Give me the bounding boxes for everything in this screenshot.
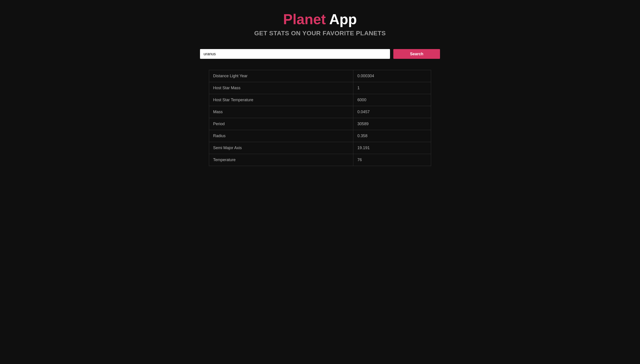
stats-table-wrapper: Distance Light Year 0.000304 Host Star M… (197, 70, 443, 166)
table-row: Host Star Mass 1 (209, 82, 431, 94)
title-main: App (329, 11, 357, 27)
stat-label: Semi Major Axis (209, 142, 353, 154)
stat-value: 0.0457 (353, 106, 431, 118)
stat-label: Host Star Temperature (209, 94, 353, 106)
stat-label: Period (209, 118, 353, 130)
page-title: Planet App (197, 11, 443, 28)
stat-label: Mass (209, 106, 353, 118)
table-row: Temperature 76 (209, 154, 431, 166)
stats-table: Distance Light Year 0.000304 Host Star M… (209, 70, 431, 166)
table-row: Mass 0.0457 (209, 106, 431, 118)
title-accent: Planet (283, 11, 326, 27)
stats-table-body: Distance Light Year 0.000304 Host Star M… (209, 70, 431, 166)
stat-value: 30589 (353, 118, 431, 130)
stat-value: 1 (353, 82, 431, 94)
page-subtitle: GET STATS ON YOUR FAVORITE PLANETS (197, 30, 443, 37)
search-input[interactable] (200, 49, 390, 59)
table-row: Host Star Temperature 6000 (209, 94, 431, 106)
table-row: Distance Light Year 0.000304 (209, 70, 431, 82)
stat-label: Host Star Mass (209, 82, 353, 94)
stat-value: 19.191 (353, 142, 431, 154)
stat-value: 76 (353, 154, 431, 166)
stat-label: Distance Light Year (209, 70, 353, 82)
stat-label: Radius (209, 130, 353, 142)
app-container: Planet App GET STATS ON YOUR FAVORITE PL… (193, 11, 447, 166)
search-row: Search (197, 49, 443, 59)
stat-value: 0.000304 (353, 70, 431, 82)
table-row: Radius 0.358 (209, 130, 431, 142)
stat-label: Temperature (209, 154, 353, 166)
stat-value: 0.358 (353, 130, 431, 142)
search-button[interactable]: Search (393, 49, 440, 59)
table-row: Semi Major Axis 19.191 (209, 142, 431, 154)
table-row: Period 30589 (209, 118, 431, 130)
stat-value: 6000 (353, 94, 431, 106)
